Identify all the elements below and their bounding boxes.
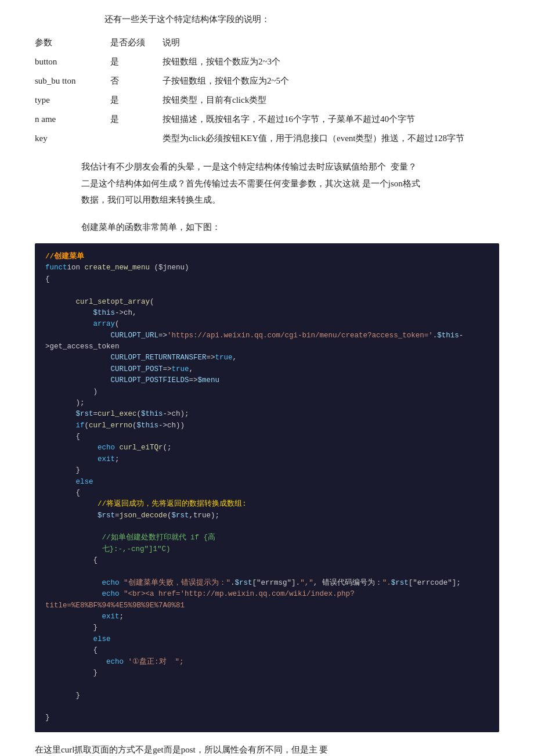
intro-label: 还有一些关于这个特定结构体字段的说明： <box>104 12 499 27</box>
param-desc: 类型为click必须按钮KEY值，用于消息接口（event类型）推送，不超过12… <box>163 129 499 148</box>
code-block: //创建菜单 function create_new_menu ($jnenu)… <box>35 243 499 732</box>
col-header-required: 是否必须 <box>110 33 163 52</box>
footer-text: 在这里curl抓取页面的方式不是get而是post，所以属性会有所不同，但是主 … <box>35 741 499 756</box>
param-required: 否 <box>110 71 163 91</box>
col-header-desc: 说明 <box>163 33 499 52</box>
table-row: key 类型为click必须按钮KEY值，用于消息接口（event类型）推送，不… <box>35 129 499 148</box>
param-required <box>110 129 163 148</box>
table-header-row: 参数 是否必须 说明 <box>35 33 499 52</box>
param-required: 是 <box>110 91 163 110</box>
param-name: sub_bu tton <box>35 71 110 91</box>
param-required: 是 <box>110 52 163 71</box>
params-table: 参数 是否必须 说明 button 是 按钮数组，按钮个数应为2~3个 sub_… <box>35 33 499 148</box>
body-text-1: 我估计有不少朋友会看的头晕，一是这个特定结构体传输过去时应该赋值给那个 变量？ … <box>81 159 453 208</box>
param-name: n ame <box>35 110 110 129</box>
param-name: key <box>35 129 110 148</box>
param-name: button <box>35 52 110 71</box>
param-required: 是 <box>110 110 163 129</box>
table-row: sub_bu tton 否 子按钮数组，按钮个数应为2~5个 <box>35 71 499 91</box>
param-desc: 按钮描述，既按钮名字，不超过16个字节，子菜单不超过40个字节 <box>163 110 499 129</box>
section-label: 创建菜单的函数非常简单，如下图： <box>81 219 453 236</box>
table-row: button 是 按钮数组，按钮个数应为2~3个 <box>35 52 499 71</box>
param-desc: 按钮类型，目前有click类型 <box>163 91 499 110</box>
table-row: type 是 按钮类型，目前有click类型 <box>35 91 499 110</box>
param-desc: 按钮数组，按钮个数应为2~3个 <box>163 52 499 71</box>
col-header-param: 参数 <box>35 33 110 52</box>
table-row: n ame 是 按钮描述，既按钮名字，不超过16个字节，子菜单不超过40个字节 <box>35 110 499 129</box>
param-name: type <box>35 91 110 110</box>
param-desc: 子按钮数组，按钮个数应为2~5个 <box>163 71 499 91</box>
